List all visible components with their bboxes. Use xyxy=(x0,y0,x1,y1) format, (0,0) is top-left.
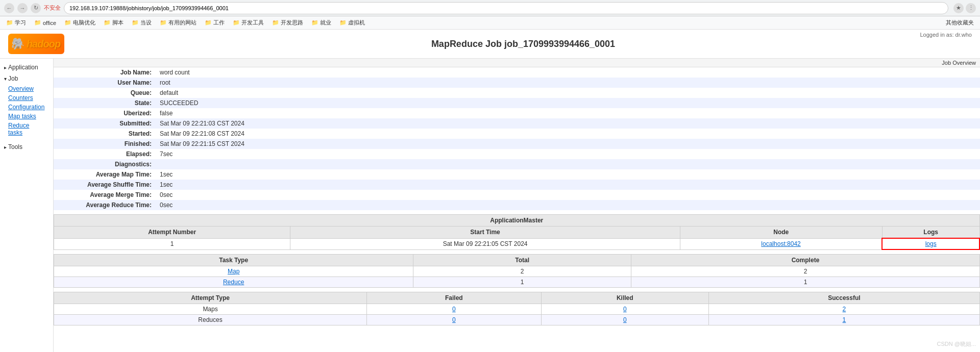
attempt-section: Attempt Type Failed Killed Successful Ma… xyxy=(54,292,980,325)
attempt-type-maps: Maps xyxy=(54,304,367,315)
sidebar-application-header[interactable]: Application xyxy=(0,62,53,73)
bookmark-office[interactable]: office xyxy=(31,18,59,27)
bookmark-star[interactable]: ★ xyxy=(953,3,964,13)
avg-map-time-label: Average Map Time: xyxy=(54,169,156,180)
queue-value: default xyxy=(156,88,980,98)
bookmark-脚本[interactable]: 脚本 xyxy=(101,18,127,28)
task-table: Task Type Total Complete Map 2 2 Reduce xyxy=(54,254,980,288)
elapsed-label: Elapsed: xyxy=(54,149,156,159)
page-title: MapReduce Job job_1709993994466_0001 xyxy=(75,39,972,49)
queue-label: Queue: xyxy=(54,88,156,98)
submitted-value: Sat Mar 09 22:21:03 CST 2024 xyxy=(156,118,980,129)
bookmark-当设[interactable]: 当设 xyxy=(129,18,155,28)
am-logs-link[interactable]: logs xyxy=(925,240,937,247)
sidebar-item-configuration[interactable]: Configuration xyxy=(0,103,53,112)
header: hadoop MapReduce Job job_1709993994466_0… xyxy=(0,30,980,59)
task-total-reduce: 1 xyxy=(413,277,631,288)
reduces-failed-link[interactable]: 0 xyxy=(452,316,456,323)
finished-value: Sat Mar 09 22:21:15 CST 2024 xyxy=(156,139,980,149)
bookmark-电脑优化[interactable]: 电脑优化 xyxy=(61,18,99,28)
hadoop-logo-image: hadoop xyxy=(8,34,64,54)
attempt-killed-maps: 0 xyxy=(541,304,708,315)
application-master-section: ApplicationMaster Attempt Number Start T… xyxy=(54,214,980,250)
task-col-total: Total xyxy=(413,255,631,266)
bookmark-开发工具[interactable]: 开发工具 xyxy=(230,18,267,28)
am-node: localhost:8042 xyxy=(680,238,882,249)
job-overview-label: Job Overview xyxy=(54,59,980,67)
avg-map-time-value: 1sec xyxy=(156,169,980,180)
task-type-map: Map xyxy=(54,266,413,277)
attempt-failed-reduces: 0 xyxy=(367,315,542,325)
reduces-killed-link[interactable]: 0 xyxy=(623,316,627,323)
attempt-type-reduces: Reduces xyxy=(54,315,367,325)
avg-reduce-time-value: 0sec xyxy=(156,200,980,210)
logged-in-info: Logged in as: dr.who xyxy=(920,32,972,38)
sidebar-item-map-tasks[interactable]: Map tasks xyxy=(0,112,53,121)
am-attempt-number: 1 xyxy=(54,238,290,249)
job-info-table: Job Name:word count User Name:root Queue… xyxy=(54,67,980,210)
attempt-col-failed: Failed xyxy=(367,292,542,304)
more-menu[interactable]: ⋮ xyxy=(966,3,976,13)
map-link[interactable]: Map xyxy=(228,268,239,275)
page-wrapper: hadoop MapReduce Job job_1709993994466_0… xyxy=(0,30,980,352)
attempt-col-successful: Successful xyxy=(708,292,979,304)
bookmark-虚拟机[interactable]: 虚拟机 xyxy=(336,18,368,28)
browser-bar: ← → ↻ 不安全 ★ ⋮ xyxy=(0,0,980,16)
am-node-link[interactable]: localhost:8042 xyxy=(761,240,800,247)
maps-failed-link[interactable]: 0 xyxy=(452,306,456,313)
attempt-successful-reduces: 1 xyxy=(708,315,979,325)
diagnostics-value xyxy=(156,159,980,169)
submitted-label: Submitted: xyxy=(54,118,156,129)
attempt-table: Attempt Type Failed Killed Successful Ma… xyxy=(54,292,980,325)
sidebar-item-reduce-tasks[interactable]: Reduce tasks xyxy=(0,121,53,137)
reload-button[interactable]: ↻ xyxy=(31,3,41,13)
uberized-label: Uberized: xyxy=(54,108,156,118)
attempt-failed-maps: 0 xyxy=(367,304,542,315)
task-type-reduce: Reduce xyxy=(54,277,413,288)
maps-successful-link[interactable]: 2 xyxy=(843,306,846,313)
am-start-time: Sat Mar 09 22:21:05 CST 2024 xyxy=(290,238,680,249)
bookmark-工作[interactable]: 工作 xyxy=(202,18,228,28)
sidebar-job-label: Job xyxy=(8,75,18,82)
task-col-complete: Complete xyxy=(631,255,979,266)
bookmark-其他收藏夹[interactable]: 其他收藏夹 xyxy=(943,18,977,28)
sidebar: Application Job Overview Counters Config… xyxy=(0,59,54,352)
am-logs-cell: logs xyxy=(882,238,979,249)
job-name-label: Job Name: xyxy=(54,67,156,78)
uberized-value: false xyxy=(156,108,980,118)
task-col-type: Task Type xyxy=(54,255,413,266)
maps-killed-link[interactable]: 0 xyxy=(623,306,627,313)
attempt-col-type: Attempt Type xyxy=(54,292,367,304)
task-complete-map: 2 xyxy=(631,266,979,277)
sidebar-tools-header[interactable]: Tools xyxy=(0,141,53,153)
am-col-attempt: Attempt Number xyxy=(54,227,290,239)
bookmarks-bar: 学习 office 电脑优化 脚本 当设 有用的网站 工作 开发工具 开发思路 … xyxy=(0,16,980,30)
job-name-value: word count xyxy=(156,67,980,78)
sidebar-item-overview[interactable]: Overview xyxy=(0,84,53,93)
back-button[interactable]: ← xyxy=(4,3,14,13)
bookmark-就业[interactable]: 就业 xyxy=(308,18,334,28)
bookmark-开发思路[interactable]: 开发思路 xyxy=(269,18,306,28)
reduce-link[interactable]: Reduce xyxy=(223,279,244,286)
reduces-successful-link[interactable]: 1 xyxy=(843,316,846,323)
address-bar[interactable] xyxy=(64,2,948,14)
watermark: CSDN @晓姐... xyxy=(937,340,976,348)
forward-button[interactable]: → xyxy=(17,3,28,13)
attempt-col-killed: Killed xyxy=(541,292,708,304)
application-master-title: ApplicationMaster xyxy=(54,215,980,227)
bookmark-学习[interactable]: 学习 xyxy=(3,18,29,28)
state-value: SUCCEEDED xyxy=(156,98,980,108)
am-col-logs: Logs xyxy=(882,227,979,239)
bookmark-有用的网站[interactable]: 有用的网站 xyxy=(157,18,200,28)
avg-merge-time-value: 0sec xyxy=(156,190,980,200)
hadoop-logo-text: hadoop xyxy=(27,38,60,50)
table-row: Maps 0 0 2 xyxy=(54,304,980,315)
sidebar-job-header[interactable]: Job xyxy=(0,73,53,84)
attempt-killed-reduces: 0 xyxy=(541,315,708,325)
avg-merge-time-label: Average Merge Time: xyxy=(54,190,156,200)
table-row: Map 2 2 xyxy=(54,266,980,277)
state-label: State: xyxy=(54,98,156,108)
am-col-start-time: Start Time xyxy=(290,227,680,239)
sidebar-item-counters[interactable]: Counters xyxy=(0,93,53,103)
am-col-node: Node xyxy=(680,227,882,239)
